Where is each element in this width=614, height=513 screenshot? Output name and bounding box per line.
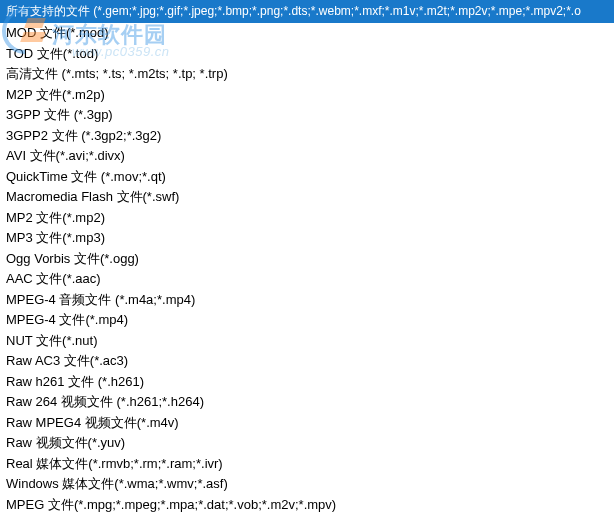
filetype-option[interactable]: 高清文件 (*.mts; *.ts; *.m2ts; *.tp; *.trp) xyxy=(0,64,614,85)
filetype-option[interactable]: Raw 264 视频文件 (*.h261;*.h264) xyxy=(0,392,614,413)
filetype-option[interactable]: Windows 媒体文件(*.wma;*.wmv;*.asf) xyxy=(0,474,614,495)
filetype-option[interactable]: MOD 文件(*.mod) xyxy=(0,23,614,44)
filetype-list: MOD 文件(*.mod)TOD 文件(*.tod)高清文件 (*.mts; *… xyxy=(0,23,614,513)
filetype-option-label: Raw 264 视频文件 (*.h261;*.h264) xyxy=(6,394,204,409)
filetype-option-label: AVI 文件(*.avi;*.divx) xyxy=(6,148,125,163)
filetype-option-label: MP3 文件(*.mp3) xyxy=(6,230,105,245)
filetype-option-label: MPEG-4 文件(*.mp4) xyxy=(6,312,128,327)
filetype-option-label: QuickTime 文件 (*.mov;*.qt) xyxy=(6,169,166,184)
filetype-option[interactable]: 3GPP2 文件 (*.3gp2;*.3g2) xyxy=(0,126,614,147)
filetype-option[interactable]: Raw MPEG4 视频文件(*.m4v) xyxy=(0,413,614,434)
filetype-option[interactable]: Macromedia Flash 文件(*.swf) xyxy=(0,187,614,208)
filetype-option[interactable]: MPEG-4 音频文件 (*.m4a;*.mp4) xyxy=(0,290,614,311)
filetype-option-label: Ogg Vorbis 文件(*.ogg) xyxy=(6,251,139,266)
filetype-option[interactable]: 3GPP 文件 (*.3gp) xyxy=(0,105,614,126)
filetype-option[interactable]: Raw 视频文件(*.yuv) xyxy=(0,433,614,454)
filetype-option-label: Raw AC3 文件(*.ac3) xyxy=(6,353,128,368)
filetype-option-label: 3GPP2 文件 (*.3gp2;*.3g2) xyxy=(6,128,161,143)
filetype-option[interactable]: Ogg Vorbis 文件(*.ogg) xyxy=(0,249,614,270)
filetype-option-label: MP2 文件(*.mp2) xyxy=(6,210,105,225)
filetype-option[interactable]: QuickTime 文件 (*.mov;*.qt) xyxy=(0,167,614,188)
filetype-option-label: Real 媒体文件(*.rmvb;*.rm;*.ram;*.ivr) xyxy=(6,456,223,471)
filetype-option-label: Macromedia Flash 文件(*.swf) xyxy=(6,189,179,204)
filetype-header[interactable]: 所有支持的文件 (*.gem;*.jpg;*.gif;*.jpeg;*.bmp;… xyxy=(0,0,614,23)
filetype-option-label: Raw MPEG4 视频文件(*.m4v) xyxy=(6,415,179,430)
filetype-option-label: MPEG 文件(*.mpg;*.mpeg;*.mpa;*.dat;*.vob;*… xyxy=(6,497,336,512)
filetype-option-label: 3GPP 文件 (*.3gp) xyxy=(6,107,113,122)
filetype-option-label: MOD 文件(*.mod) xyxy=(6,25,109,40)
filetype-option-label: Windows 媒体文件(*.wma;*.wmv;*.asf) xyxy=(6,476,228,491)
filetype-option[interactable]: MP2 文件(*.mp2) xyxy=(0,208,614,229)
filetype-option[interactable]: TOD 文件(*.tod) xyxy=(0,44,614,65)
filetype-option-label: Raw 视频文件(*.yuv) xyxy=(6,435,125,450)
filetype-option[interactable]: NUT 文件(*.nut) xyxy=(0,331,614,352)
filetype-option-label: NUT 文件(*.nut) xyxy=(6,333,98,348)
filetype-option[interactable]: MP3 文件(*.mp3) xyxy=(0,228,614,249)
filetype-header-label: 所有支持的文件 (*.gem;*.jpg;*.gif;*.jpeg;*.bmp;… xyxy=(6,4,581,18)
filetype-option[interactable]: Raw h261 文件 (*.h261) xyxy=(0,372,614,393)
filetype-option[interactable]: Raw AC3 文件(*.ac3) xyxy=(0,351,614,372)
filetype-option-label: 高清文件 (*.mts; *.ts; *.m2ts; *.tp; *.trp) xyxy=(6,66,228,81)
filetype-option-label: Raw h261 文件 (*.h261) xyxy=(6,374,144,389)
filetype-option-label: MPEG-4 音频文件 (*.m4a;*.mp4) xyxy=(6,292,195,307)
filetype-option-label: TOD 文件(*.tod) xyxy=(6,46,98,61)
filetype-option[interactable]: MPEG 文件(*.mpg;*.mpeg;*.mpa;*.dat;*.vob;*… xyxy=(0,495,614,514)
filetype-option-label: AAC 文件(*.aac) xyxy=(6,271,101,286)
filetype-option[interactable]: AVI 文件(*.avi;*.divx) xyxy=(0,146,614,167)
filetype-option[interactable]: Real 媒体文件(*.rmvb;*.rm;*.ram;*.ivr) xyxy=(0,454,614,475)
filetype-option[interactable]: M2P 文件(*.m2p) xyxy=(0,85,614,106)
filetype-option[interactable]: MPEG-4 文件(*.mp4) xyxy=(0,310,614,331)
filetype-option[interactable]: AAC 文件(*.aac) xyxy=(0,269,614,290)
filetype-option-label: M2P 文件(*.m2p) xyxy=(6,87,105,102)
